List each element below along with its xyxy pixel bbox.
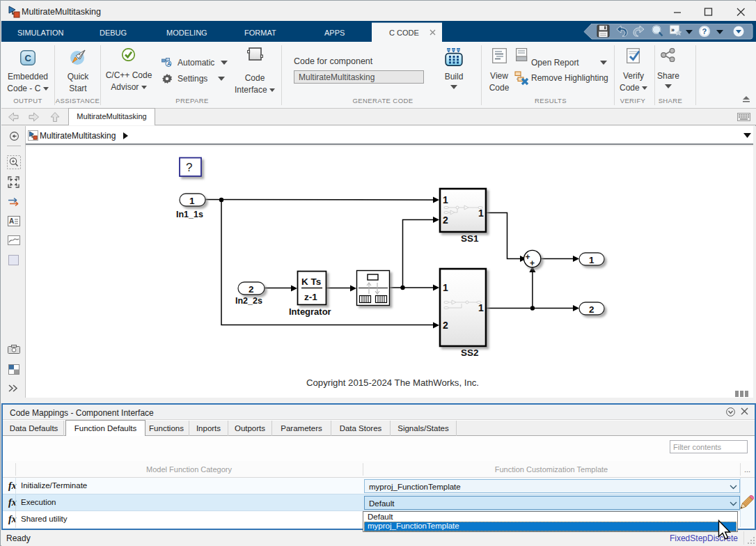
svg-text:1: 1 [443,194,448,205]
svg-text:1: 1 [189,196,195,206]
svg-text:SS2: SS2 [461,348,479,358]
svg-text:1: 1 [478,208,484,219]
svg-text:1: 1 [589,255,594,265]
svg-text:z-1: z-1 [304,292,317,302]
svg-text:Integrator: Integrator [289,306,331,317]
svg-text:?: ? [702,27,707,36]
svg-text:SS1: SS1 [461,233,479,244]
svg-text:+: + [530,258,535,268]
svg-text:»: » [671,26,675,33]
svg-text:2: 2 [443,214,448,226]
svg-text:2: 2 [589,304,594,315]
svg-text:A: A [167,61,171,67]
svg-text:In1_1s: In1_1s [176,210,203,219]
svg-text:A: A [9,217,14,225]
svg-text:1: 1 [443,282,448,293]
svg-text:2: 2 [249,284,254,295]
svg-text:?: ? [186,161,192,174]
svg-text:C: C [25,53,32,63]
svg-text:Copyright 2015-2024 The MathWo: Copyright 2015-2024 The MathWorks, Inc. [306,377,479,388]
svg-text:In2_2s: In2_2s [235,296,262,306]
svg-text:K Ts: K Ts [301,276,321,287]
svg-text:1: 1 [478,302,484,313]
svg-text:2: 2 [443,320,448,331]
